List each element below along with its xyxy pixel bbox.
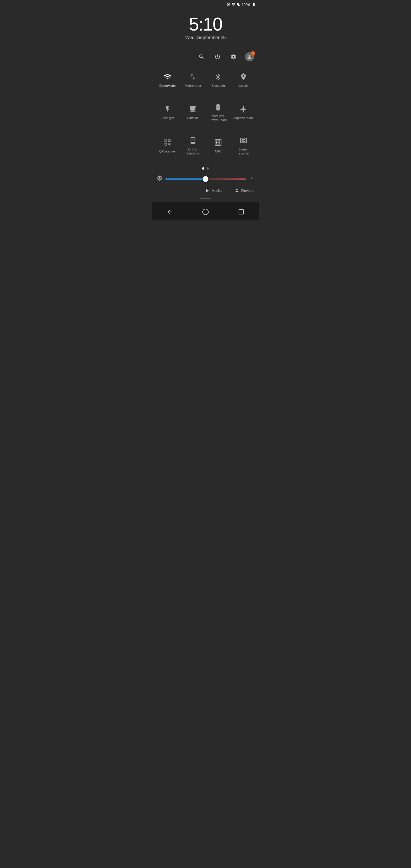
tile-bluetooth-label: Bluetooth (212, 84, 225, 88)
tile-flashlight-label: Flashlight (161, 116, 174, 120)
page-indicator-2 (207, 167, 209, 169)
status-icons: 100% (226, 2, 256, 7)
airplane-icon (240, 104, 248, 114)
battery-share-icon (214, 102, 222, 112)
tile-airplane-mode-label: Airplane mode (233, 116, 254, 120)
wifi-status-icon (231, 2, 235, 7)
page-indicators (152, 163, 259, 173)
avatar-button[interactable]: N (244, 52, 255, 62)
tile-caffeine[interactable]: Caffeine (181, 98, 205, 126)
slider-track (165, 179, 246, 180)
tile-link-to-windows[interactable]: Link to Windows (181, 132, 205, 160)
clock-date: Wed, September 25 (152, 35, 259, 40)
brightness-icon (157, 175, 162, 182)
tile-screen-recorder[interactable]: Screen recorder (231, 132, 256, 160)
tile-mobile-data-label: Mobile data (185, 84, 201, 88)
recents-button[interactable] (235, 206, 248, 218)
tile-demo-mode[interactable]: DemoMode (156, 67, 180, 93)
signal-icon (236, 2, 241, 7)
tile-location[interactable]: Location (231, 67, 256, 93)
quick-tiles: DemoMode Mobile data Bluetooth Location (152, 65, 259, 162)
tiles-row-3: QR scanner Link to Windows NFC Screen re… (152, 130, 259, 162)
tile-mobile-data[interactable]: Mobile data (181, 67, 205, 93)
settings-button[interactable] (228, 52, 239, 62)
bar-separator: | (227, 188, 229, 194)
tile-qr-scanner-label: QR scanner (159, 149, 176, 153)
bluetooth-icon (214, 72, 222, 82)
wifi-icon (163, 72, 171, 82)
media-label: Media (212, 188, 221, 193)
flashlight-icon (163, 104, 171, 114)
slider-thumb[interactable] (203, 176, 208, 182)
screen-record-icon (240, 136, 248, 145)
tile-location-label: Location (238, 84, 249, 88)
qr-icon (163, 138, 171, 147)
tile-wireless-powershare-label: Wireless PowerShare (207, 114, 229, 122)
caffeine-icon (189, 104, 197, 114)
tiles-row-1: DemoMode Mobile data Bluetooth Location (152, 65, 259, 95)
tile-flashlight[interactable]: Flashlight (156, 98, 180, 126)
action-row: N (152, 49, 259, 65)
nfc-icon (214, 138, 222, 147)
notification-badge: N (251, 51, 255, 56)
home-indicator (152, 196, 259, 201)
location-icon (240, 72, 248, 82)
brightness-slider[interactable] (165, 179, 246, 180)
brightness-expand-button[interactable] (249, 175, 255, 182)
tile-nfc-label: NFC (215, 149, 221, 153)
media-devices-bar: Media | Devices (152, 185, 259, 196)
media-button[interactable]: Media (204, 188, 221, 193)
page-indicator-1 (202, 167, 204, 169)
tile-caffeine-label: Caffeine (187, 116, 199, 120)
battery-percentage: 100% (242, 3, 251, 7)
brightness-row (152, 173, 259, 185)
tile-demo-mode-label: DemoMode (159, 84, 176, 88)
tile-airplane-mode[interactable]: Airplane mode (231, 98, 256, 126)
home-button[interactable] (199, 206, 212, 218)
mobile-data-icon (189, 72, 197, 82)
tile-nfc[interactable]: NFC (206, 132, 230, 160)
tiles-row-2: Flashlight Caffeine Wireless PowerShare … (152, 96, 259, 128)
battery-icon (252, 2, 256, 7)
link-windows-icon (189, 136, 197, 145)
clock-time: 5:10 (152, 15, 259, 33)
tile-wireless-powershare[interactable]: Wireless PowerShare (206, 98, 230, 126)
bottom-nav (152, 202, 259, 220)
devices-button[interactable]: Devices (234, 188, 254, 193)
devices-label: Devices (241, 188, 254, 193)
clock-area: 5:10 Wed, September 25 (152, 9, 259, 49)
power-button[interactable] (212, 52, 223, 62)
search-button[interactable] (196, 52, 207, 62)
alarm-icon (226, 2, 230, 7)
tile-link-to-windows-label: Link to Windows (182, 147, 204, 156)
tile-qr-scanner[interactable]: QR scanner (156, 132, 180, 160)
back-button[interactable] (163, 206, 176, 218)
tile-screen-recorder-label: Screen recorder (232, 147, 255, 156)
status-bar: 100% (152, 0, 259, 9)
tile-bluetooth[interactable]: Bluetooth (206, 67, 230, 93)
